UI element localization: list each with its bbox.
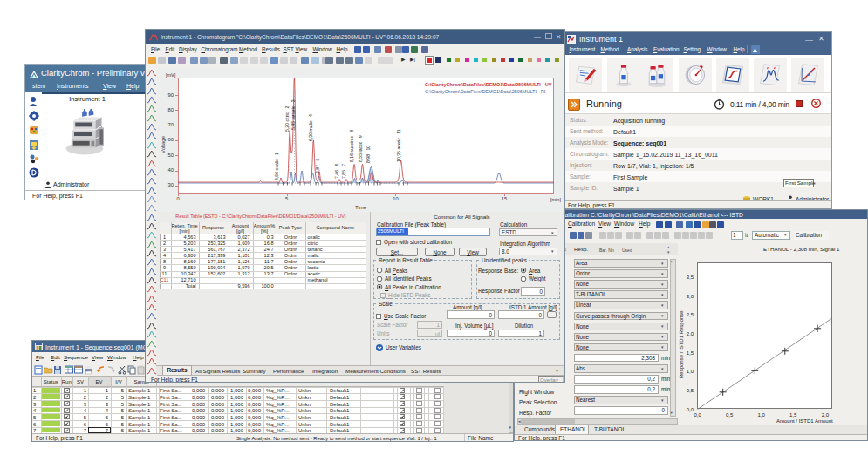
svg-text:8,98 10: 8,98 10 [366,146,371,163]
svg-text:8,16 succinic 8: 8,16 succinic 8 [349,130,354,162]
svg-text:7,85 7: 7,85 7 [341,164,346,179]
svg-text:6,87 5: 6,87 5 [315,159,320,173]
svg-text:6,30 malic 4: 6,30 malic 4 [308,114,313,141]
svg-text:10,35 acetic 11: 10,35 acetic 11 [396,129,401,162]
svg-text:5,20 citric 2: 5,20 citric 2 [284,105,290,132]
svg-text:4,56 oxalic 1: 4,56 oxalic 1 [274,153,279,180]
svg-text:5,45 tartaric 3: 5,45 tartaric 3 [290,99,296,130]
svg-text:7,46 6: 7,46 6 [334,164,339,179]
svg-text:8,55 lactic 9: 8,55 lactic 9 [358,135,363,162]
